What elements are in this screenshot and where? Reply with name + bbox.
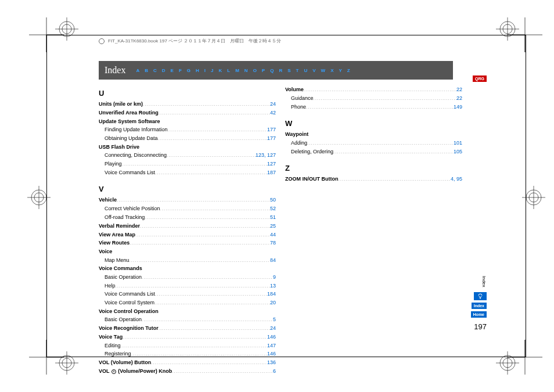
index-entry: Voice Tag146 (99, 333, 276, 341)
page-ref-link[interactable]: 78 (270, 239, 276, 247)
page-ref-link[interactable]: 24 (270, 100, 276, 108)
page-ref-link[interactable]: 9 (273, 273, 276, 281)
page-ref-link[interactable]: 52 (270, 204, 276, 213)
page-ref-link[interactable]: 51 (270, 213, 276, 221)
page-ref-link[interactable]: 177 (267, 125, 276, 134)
page-ref-link[interactable]: 187 (267, 168, 276, 177)
index-term: Editing (105, 341, 121, 350)
alphabet-link-i[interactable]: I (204, 68, 206, 73)
alphabet-link-n[interactable]: N (244, 68, 248, 73)
alphabet-link-g[interactable]: G (187, 68, 190, 73)
page-ref-link[interactable]: 42 (270, 109, 276, 117)
leader-dots (122, 161, 267, 168)
index-term: Playing (105, 160, 122, 168)
page-ref-link[interactable]: 127 (267, 160, 276, 168)
alphabet-link-f[interactable]: F (179, 68, 182, 73)
page-ref-link[interactable]: 5 (273, 315, 276, 323)
page-ref-link[interactable]: 101 (454, 139, 462, 147)
tab-qrg[interactable]: QRG (473, 75, 487, 82)
power-knob-icon (111, 369, 116, 374)
index-entry: Unverified Area Routing42 (99, 109, 276, 117)
leader-dots (121, 343, 267, 350)
leader-dots (116, 283, 270, 290)
leader-dots (129, 240, 270, 247)
alphabet-link-u[interactable]: U (304, 68, 307, 73)
page-ref-link[interactable]: 146 (267, 350, 276, 358)
index-term: Off-road Tracking (105, 213, 145, 221)
alphabet-link-x[interactable]: X (330, 68, 333, 73)
alphabet-link-l[interactable]: L (227, 68, 230, 73)
page-ref-link[interactable]: 4, 95 (451, 175, 462, 183)
tab-home[interactable]: Home (471, 311, 487, 318)
index-section-v: V (99, 185, 276, 193)
alphabet-link-e[interactable]: E (171, 68, 174, 73)
page-ref-link[interactable]: 24 (270, 324, 276, 332)
index-term: Update System Software (99, 117, 160, 125)
alphabet-link-m[interactable]: M (235, 68, 239, 73)
stamp-bullet-icon (99, 38, 105, 44)
page-ref-link[interactable]: 22 (456, 94, 462, 102)
page-ref-link[interactable]: 22 (456, 85, 462, 93)
alphabet-link-a[interactable]: A (136, 68, 139, 73)
alphabet-link-y[interactable]: Y (339, 68, 341, 73)
index-entry: Help13 (99, 282, 276, 290)
page-ref-link[interactable]: 136 (267, 358, 276, 366)
index-entry: Registering146 (99, 350, 276, 358)
index-header-bar: Index ABCDEFGHIJKLMNOPQRSTUVWXYZ (99, 61, 453, 80)
index-term: Registering (105, 350, 131, 358)
alphabet-link-h[interactable]: H (196, 68, 199, 73)
index-term: Obtaining Update Data (105, 134, 158, 142)
alphabet-link-w[interactable]: W (321, 68, 326, 73)
page-ref-link[interactable]: 177 (267, 134, 276, 142)
index-entry: Editing147 (99, 341, 276, 350)
leader-dots (333, 149, 454, 156)
leader-dots (158, 135, 267, 143)
page-ref-link[interactable]: 13 (270, 282, 276, 290)
index-term: Deleting, Ordering (291, 148, 333, 156)
page-ref-link[interactable]: 20 (270, 299, 276, 307)
alphabet-link-o[interactable]: O (253, 68, 257, 73)
index-entry: Voice Control System20 (99, 299, 276, 307)
page-ref-link[interactable]: 44 (270, 231, 276, 239)
page-ref-link[interactable]: 147 (267, 341, 276, 350)
index-term: Voice Commands (99, 264, 142, 272)
leader-dots (154, 300, 270, 307)
page-ref-link[interactable]: 146 (267, 333, 276, 341)
page-ref-link[interactable]: 6 (273, 367, 276, 375)
index-term: Basic Operation (105, 273, 142, 281)
index-term: Correct Vehicle Position (105, 204, 160, 213)
alphabet-link-s[interactable]: S (287, 68, 290, 73)
index-entry: Verbal Reminder25 (99, 222, 276, 231)
alphabet-link-p[interactable]: P (262, 68, 265, 73)
page-ref-link[interactable]: 184 (267, 290, 276, 298)
leader-dots (155, 170, 267, 177)
index-entry: Voice Commands List184 (99, 290, 276, 299)
index-entry: Phone149 (285, 103, 462, 112)
index-term: ZOOM IN/OUT Button (285, 175, 338, 183)
tab-voice[interactable] (474, 292, 487, 300)
alphabet-link-k[interactable]: K (219, 68, 222, 73)
leader-dots (167, 152, 256, 160)
alphabet-link-d[interactable]: D (162, 68, 166, 73)
alphabet-link-t[interactable]: T (296, 68, 299, 73)
leader-dots (131, 351, 267, 358)
leader-dots (306, 104, 454, 112)
tab-index[interactable]: Index (472, 303, 487, 309)
alphabet-link-r[interactable]: R (279, 68, 282, 73)
alphabet-link-c[interactable]: C (153, 68, 157, 73)
alphabet-link-b[interactable]: B (145, 68, 148, 73)
alphabet-link-j[interactable]: J (211, 68, 213, 73)
page-ref-link[interactable]: 105 (454, 148, 462, 156)
page-ref-link[interactable]: 149 (454, 103, 462, 111)
alphabet-link-v[interactable]: V (312, 68, 315, 73)
index-term: Units (mile or km) (99, 100, 143, 108)
page-ref-link[interactable]: 25 (270, 222, 276, 230)
index-term: Unverified Area Routing (99, 109, 159, 117)
page-ref-link[interactable]: 84 (270, 256, 276, 264)
index-term: Voice Recognition Tutor (99, 324, 159, 332)
alphabet-link-z[interactable]: Z (347, 68, 350, 73)
alphabet-link-q[interactable]: Q (270, 68, 274, 73)
page-ref-link[interactable]: 50 (270, 196, 276, 204)
page-ref-link[interactable]: 123, 127 (256, 151, 276, 159)
index-entry: ZOOM IN/OUT Button4, 95 (285, 175, 462, 184)
